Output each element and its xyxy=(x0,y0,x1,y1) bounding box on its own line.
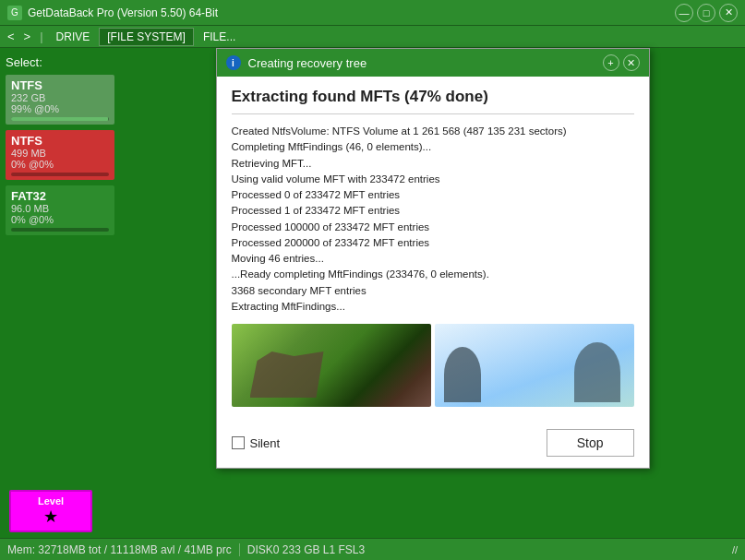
drive-progress-bar-2 xyxy=(11,173,109,176)
silent-checkbox-container[interactable]: Silent xyxy=(232,436,281,450)
maximize-button[interactable]: □ xyxy=(697,4,715,22)
drive-info-1: 99% @0% xyxy=(11,103,109,114)
level-star: ★ xyxy=(15,506,87,527)
main-area: Select: NTFS 232 GB 99% @0% NTFS 499 MB … xyxy=(0,48,745,538)
drive-item-ntfs-2[interactable]: NTFS 499 MB 0% @0% xyxy=(6,130,114,180)
log-line-4: Using valid volume MFT with 233472 entri… xyxy=(232,172,634,187)
drive-type-1: NTFS xyxy=(11,78,109,92)
dialog-title-buttons: + ✕ xyxy=(603,54,640,71)
drive-size-2: 499 MB xyxy=(11,148,109,159)
drive-info-3: 0% @0% xyxy=(11,214,109,225)
nav-back-button[interactable]: < xyxy=(4,30,18,43)
recovery-dialog: i Creating recovery tree + ✕ Extracting … xyxy=(216,48,650,469)
log-line-7: Processed 100000 of 233472 MFT entries xyxy=(232,220,634,235)
menu-drive[interactable]: DRIVE xyxy=(49,29,98,45)
drive-type-2: NTFS xyxy=(11,134,109,148)
dialog-log: Created NtfsVolume: NTFS Volume at 1 261… xyxy=(232,124,634,315)
title-bar: G GetDataBack Pro (Version 5.50) 64-Bit … xyxy=(0,0,745,26)
dialog-title: Creating recovery tree xyxy=(248,56,603,70)
status-separator xyxy=(239,543,240,556)
office-image xyxy=(435,324,634,407)
log-line-3: Retrieving MFT... xyxy=(232,156,634,172)
drive-item-ntfs-1[interactable]: NTFS 232 GB 99% @0% xyxy=(6,75,114,125)
dialog-content: Extracting found MFTs (47% done) Created… xyxy=(217,77,649,429)
dino-image-render xyxy=(232,324,431,407)
log-line-10: ...Ready completing MftFindings (233476,… xyxy=(232,267,634,282)
dino-image xyxy=(232,324,431,407)
app-icon: G xyxy=(7,6,22,20)
silent-checkbox[interactable] xyxy=(232,436,245,449)
silent-label: Silent xyxy=(250,436,281,450)
dialog-footer: Silent Stop xyxy=(217,429,649,468)
dialog-add-button[interactable]: + xyxy=(603,54,619,71)
log-line-1: Created NtfsVolume: NTFS Volume at 1 261… xyxy=(232,124,634,139)
log-line-6: Processed 1 of 233472 MFT entries xyxy=(232,203,634,219)
level-label: Level xyxy=(15,495,87,506)
log-line-12: Extracting MftFindings... xyxy=(232,299,634,315)
drive-progress-bar-3 xyxy=(11,228,109,232)
log-line-11: 3368 secondary MFT entries xyxy=(232,283,634,299)
nav-separator: | xyxy=(40,30,42,43)
dialog-close-button[interactable]: ✕ xyxy=(623,54,640,71)
drive-type-3: FAT32 xyxy=(11,189,109,203)
stop-button[interactable]: Stop xyxy=(547,429,634,457)
menu-filesystem[interactable]: [FILE SYSTEM] xyxy=(99,28,194,46)
drive-item-fat32[interactable]: FAT32 96.0 MB 0% @0% xyxy=(6,185,114,235)
drive-info-2: 0% @0% xyxy=(11,159,109,170)
status-right: // xyxy=(732,544,738,555)
dialog-heading: Extracting found MFTs (47% done) xyxy=(232,88,634,114)
drive-size-3: 96.0 MB xyxy=(11,203,109,214)
drive-progress-bar-1 xyxy=(11,117,109,121)
window-title: GetDataBack Pro (Version 5.50) 64-Bit xyxy=(28,6,675,19)
office-image-render xyxy=(435,324,634,407)
select-label: Select: xyxy=(6,55,114,69)
log-line-8: Processed 200000 of 233472 MFT entries xyxy=(232,235,634,251)
log-line-2: Completing MftFindings (46, 0 elements).… xyxy=(232,139,634,155)
drive-size-1: 232 GB xyxy=(11,92,109,103)
menu-bar: < > | DRIVE [FILE SYSTEM] FILE... xyxy=(0,26,745,48)
dialog-titlebar: i Creating recovery tree + ✕ xyxy=(217,49,649,77)
sidebar: Select: NTFS 232 GB 99% @0% NTFS 499 MB … xyxy=(0,48,120,538)
menu-file[interactable]: FILE... xyxy=(196,29,243,45)
log-line-9: Moving 46 entries... xyxy=(232,251,634,267)
status-mem: Mem: 32718MB tot / 11118MB avl / 41MB pr… xyxy=(7,543,232,556)
window-controls: — □ ✕ xyxy=(675,4,738,22)
minimize-button[interactable]: — xyxy=(675,4,693,22)
drive-progress-fill-1 xyxy=(11,117,108,121)
level-box: Level ★ xyxy=(9,490,92,532)
dialog-images xyxy=(232,324,634,407)
status-bar: Mem: 32718MB tot / 11118MB avl / 41MB pr… xyxy=(0,538,745,560)
log-line-5: Processed 0 of 233472 MFT entries xyxy=(232,187,634,203)
dialog-overlay: i Creating recovery tree + ✕ Extracting … xyxy=(120,48,745,538)
close-button[interactable]: ✕ xyxy=(719,4,738,22)
dialog-info-icon: i xyxy=(226,55,241,70)
status-disk: DISK0 233 GB L1 FSL3 xyxy=(247,543,365,556)
nav-forward-button[interactable]: > xyxy=(20,30,35,43)
